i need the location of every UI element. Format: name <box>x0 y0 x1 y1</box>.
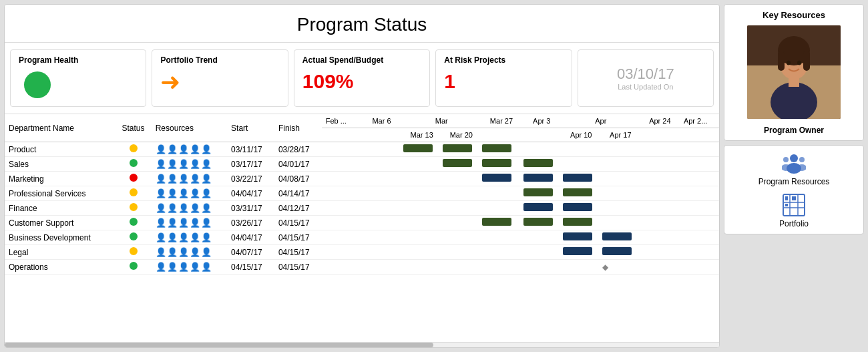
gantt-cell <box>481 260 521 275</box>
portfolio-trend-card: Portfolio Trend ➜ <box>152 49 288 107</box>
resource-icon: 👤 <box>190 247 200 257</box>
gantt-cell <box>361 216 402 230</box>
gantt-bar <box>563 247 592 255</box>
gantt-bar <box>443 159 472 167</box>
gantt-cell <box>402 245 441 260</box>
gantt-cell <box>601 216 640 230</box>
actual-spend-label: Actual Spend/Budget <box>302 55 383 65</box>
gantt-cell <box>680 157 719 172</box>
svg-point-10 <box>790 154 798 162</box>
status-cell <box>115 260 151 275</box>
gantt-cell <box>640 157 680 172</box>
gantt-cell <box>322 142 361 157</box>
table-row: Marketing👤👤👤👤👤03/22/1704/08/17 <box>5 172 719 186</box>
status-dot <box>130 262 138 270</box>
col-mar20: Mar 20 <box>441 128 481 142</box>
last-updated-date: 03/10/17 <box>617 65 674 83</box>
gantt-cell <box>361 245 402 260</box>
resource-icon: 👤 <box>201 144 212 154</box>
finish-cell: 03/28/17 <box>274 142 322 157</box>
table-row: Sales👤👤👤👤👤03/17/1704/01/17 <box>5 157 719 172</box>
gantt-cell <box>441 142 481 157</box>
resources-cell: 👤👤👤👤👤 <box>152 186 227 201</box>
dept-cell: Legal <box>5 245 115 260</box>
resource-icon: 👤 <box>178 159 189 169</box>
gantt-bar <box>523 203 553 211</box>
finish-cell: 04/14/17 <box>274 186 322 201</box>
start-cell: 03/22/17 <box>227 172 274 186</box>
gantt-bar <box>523 218 553 226</box>
status-cell <box>115 201 151 216</box>
dept-cell: Finance <box>5 201 115 216</box>
svg-point-12 <box>783 157 789 162</box>
resource-icon: 👤 <box>156 247 166 257</box>
gantt-cell <box>441 216 481 230</box>
table-row: Operations👤👤👤👤👤04/15/1704/15/17◆ <box>5 260 719 275</box>
svg-rect-4 <box>778 51 785 71</box>
gantt-cell <box>441 157 481 172</box>
status-dot <box>130 188 138 196</box>
col-feb2 <box>322 128 361 142</box>
dept-cell: Sales <box>5 157 115 172</box>
col-mar27-2 <box>481 128 521 142</box>
col-mar6: Mar 6 <box>361 114 402 128</box>
portfolio-link[interactable]: Portfolio <box>779 193 809 228</box>
gantt-cell <box>562 186 601 201</box>
resource-icon: 👤 <box>167 144 178 154</box>
scroll-bar[interactable] <box>5 342 719 347</box>
status-dot <box>130 232 138 240</box>
start-cell: 04/15/17 <box>227 260 274 275</box>
actual-spend-value: 109% <box>302 70 354 93</box>
resources-cell: 👤👤👤👤👤 <box>152 201 227 216</box>
gantt-cell <box>680 172 719 186</box>
apr-group: Apr <box>562 114 640 128</box>
gantt-cell <box>441 260 481 275</box>
resources-cell: 👤👤👤👤👤 <box>152 172 227 186</box>
resource-icon: 👤 <box>190 159 200 169</box>
gantt-cell <box>481 157 521 172</box>
col-apr2x-2 <box>680 128 719 142</box>
resource-icon: 👤 <box>167 203 178 213</box>
gantt-bar <box>482 144 511 152</box>
resource-icon: 👤 <box>178 262 189 272</box>
svg-rect-7 <box>789 76 799 87</box>
svg-rect-5 <box>803 51 810 71</box>
portfolio-trend-arrow: ➜ <box>160 70 180 94</box>
gantt-cell <box>640 142 680 157</box>
col-mar27: Mar 27 <box>481 114 521 128</box>
gantt-bar <box>403 144 433 152</box>
program-resources-link[interactable]: Program Resources <box>758 151 830 186</box>
last-updated-card: 03/10/17 Last Updated On <box>578 49 714 107</box>
resource-icon: 👤 <box>167 218 178 228</box>
dept-cell: Operations <box>5 260 115 275</box>
finish-cell: 04/15/17 <box>274 245 322 260</box>
gantt-cell <box>322 201 361 216</box>
gantt-bar <box>563 188 592 196</box>
gantt-cell <box>680 245 719 260</box>
svg-point-14 <box>799 157 805 162</box>
gantt-cell <box>562 201 601 216</box>
gantt-cell <box>441 201 481 216</box>
program-health-card: Program Health <box>10 49 146 107</box>
gantt-cell <box>481 172 521 186</box>
gantt-cell <box>562 157 601 172</box>
key-resources-title: Key Resources <box>730 10 858 20</box>
gantt-bar <box>602 232 632 240</box>
resource-icon: 👤 <box>190 203 200 213</box>
gantt-cell <box>441 230 481 245</box>
gantt-cell <box>562 142 601 157</box>
resource-icon: 👤 <box>201 262 212 272</box>
gantt-bar <box>482 159 511 167</box>
gantt-cell <box>322 172 361 186</box>
resource-icon: 👤 <box>156 218 166 228</box>
dept-cell: Customer Support <box>5 216 115 230</box>
gantt-cell <box>481 201 521 216</box>
gantt-cell <box>481 230 521 245</box>
resource-icon: 👤 <box>156 188 166 198</box>
gantt-cell <box>640 260 680 275</box>
resource-icon: 👤 <box>201 203 212 213</box>
resource-icon: 👤 <box>178 203 189 213</box>
status-cell <box>115 157 151 172</box>
gantt-cell <box>562 245 601 260</box>
status-dot <box>130 159 138 167</box>
